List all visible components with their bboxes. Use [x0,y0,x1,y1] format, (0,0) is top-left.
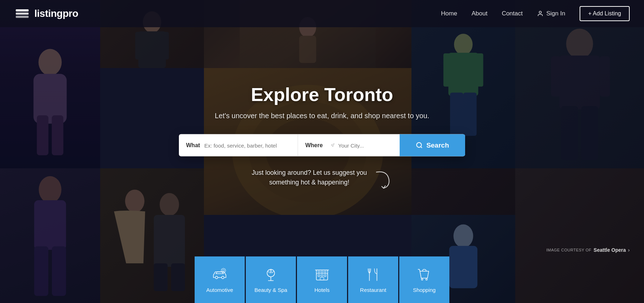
where-label: Where [305,142,323,149]
main-nav: Home About Contact Sign In + Add Listing [441,6,630,21]
category-restaurant[interactable]: Restaurant [348,256,398,303]
svg-line-43 [421,146,422,148]
shopping-label: Shopping [413,287,435,293]
category-automotive[interactable]: Automotive [195,256,245,303]
automotive-icon [212,267,227,282]
nav-about[interactable]: About [472,10,487,17]
svg-point-60 [421,278,423,280]
shopping-icon [417,267,432,282]
svg-point-61 [426,278,427,280]
svg-rect-54 [321,275,323,276]
nav-home[interactable]: Home [441,10,457,17]
add-listing-button[interactable]: + Add Listing [580,6,630,21]
search-button[interactable]: Search [400,134,465,157]
hotels-label: Hotels [314,287,330,293]
category-beauty-spa[interactable]: Beauty & Spa [246,256,296,303]
search-icon [416,142,423,149]
svg-rect-0 [16,16,29,18]
svg-point-44 [215,276,218,279]
svg-rect-50 [318,271,320,273]
suggestion-text: Just looking around? Let us suggest yous… [252,168,367,187]
user-icon [537,10,543,17]
logo-icon [14,6,30,21]
suggestion-area: Just looking around? Let us suggest yous… [179,168,465,191]
hero-subtitle: Let's uncover the best places to eat, dr… [179,112,465,120]
courtesy-arrow: › [628,247,630,253]
category-shopping[interactable]: Shopping [399,256,449,303]
svg-rect-56 [320,277,324,280]
svg-point-3 [539,11,541,13]
beauty-icon [263,267,278,282]
nav-contact[interactable]: Contact [502,10,523,17]
automotive-label: Automotive [206,287,233,293]
search-where-section: Where [298,134,399,157]
restaurant-icon [366,267,381,282]
svg-rect-55 [324,275,326,276]
hero-content: Explore Toronto Let's uncover the best p… [179,84,465,191]
logo-text: listingpro [34,8,78,19]
search-what-input[interactable] [204,142,291,148]
hero-title: Explore Toronto [179,84,465,105]
beauty-label: Beauty & Spa [254,287,287,293]
svg-rect-2 [16,9,29,11]
what-label: What [186,142,200,149]
courtesy-name: Seattle Opera [594,247,626,253]
courtesy-prefix: IMAGE COURTESY OF [546,248,591,252]
search-bar: What Where Search [179,134,465,157]
category-hotels[interactable]: Hotels [297,256,347,303]
search-where-input[interactable] [338,142,392,148]
location-icon [331,142,335,149]
category-bar: Automotive Beauty & Spa Hotels [195,256,449,303]
restaurant-label: Restaurant [360,287,386,293]
logo[interactable]: listingpro [14,6,78,21]
svg-rect-1 [16,13,29,15]
arrow-decoration [373,169,392,190]
header: listingpro Home About Contact Sign In + … [0,0,644,27]
svg-point-47 [223,269,224,271]
search-what-section: What [179,134,298,157]
svg-rect-53 [318,275,320,276]
hotels-icon [314,267,330,282]
svg-marker-41 [331,144,334,147]
svg-rect-51 [321,271,323,273]
sign-in-button[interactable]: Sign In [537,10,565,17]
svg-rect-52 [324,271,326,273]
curved-arrow-icon [373,169,392,190]
svg-point-45 [221,276,224,279]
svg-point-42 [416,143,421,147]
image-courtesy[interactable]: IMAGE COURTESY OF Seattle Opera › [546,247,630,253]
